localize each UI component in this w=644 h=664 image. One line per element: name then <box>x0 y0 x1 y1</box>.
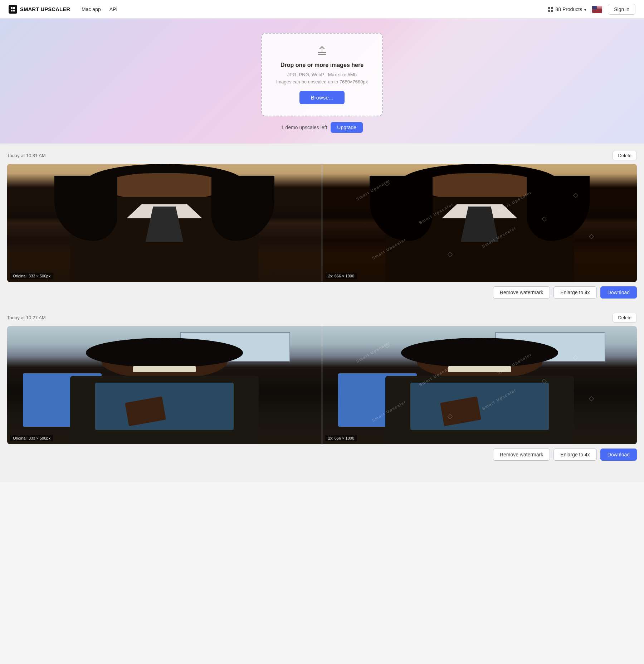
session-header-2: Today at 10:27 AM Delete <box>7 313 637 323</box>
original-image-2 <box>7 326 322 444</box>
demo-upscales-left: 1 demo upscales left <box>281 125 327 130</box>
browse-button[interactable]: Browse... <box>299 91 345 104</box>
upload-subtitle: JPG, PNG, WebP · Max size 5Mb Images can… <box>276 71 368 85</box>
session-header-1: Today at 10:31 AM Delete <box>7 151 637 160</box>
enlarge-button-1[interactable]: Enlarge to 4x <box>553 286 597 299</box>
svg-rect-5 <box>318 54 326 55</box>
products-button[interactable]: 88 Products <box>548 6 586 12</box>
sign-in-button[interactable]: Sign in <box>608 4 635 15</box>
upscaled-panel-1: Smart Upscaler Smart Upscaler Smart Upsc… <box>322 164 637 282</box>
upscaled-image-2: Smart Upscaler Smart Upscaler Smart Upsc… <box>322 326 637 444</box>
svg-rect-4 <box>318 52 326 53</box>
download-button-2[interactable]: Download <box>600 449 637 461</box>
image-pair-1: Original: 333 × 500px Smart Upscaler <box>7 164 637 282</box>
nav-links: Mac app API <box>82 6 117 12</box>
brand-logo[interactable]: SMART UPSCALER <box>9 5 70 14</box>
action-row-2: Remove watermark Enlarge to 4x Download <box>7 449 637 468</box>
session-block-1: Today at 10:31 AM Delete <box>7 144 637 306</box>
delete-button-2[interactable]: Delete <box>613 313 637 323</box>
upload-icon <box>316 45 328 59</box>
original-label-1: Original: 333 × 500px <box>10 273 53 279</box>
upscaled-panel-2: Smart Upscaler Smart Upscaler Smart Upsc… <box>322 326 637 444</box>
products-grid-icon <box>548 7 553 12</box>
svg-rect-3 <box>13 10 15 11</box>
products-count: 88 Products <box>555 6 582 12</box>
download-button-1[interactable]: Download <box>600 286 637 299</box>
demo-note: 1 demo upscales left Upgrade <box>281 122 363 133</box>
original-panel-1: Original: 333 × 500px <box>7 164 322 282</box>
upscaled-image-1: Smart Upscaler Smart Upscaler Smart Upsc… <box>322 164 637 282</box>
svg-rect-1 <box>13 7 15 9</box>
upscaled-label-1: 2x: 666 × 1000 <box>325 273 357 279</box>
brand-icon <box>9 5 17 14</box>
session-time-1: Today at 10:31 AM <box>7 153 46 158</box>
upscaled-label-2: 2x: 666 × 1000 <box>325 435 357 441</box>
delete-button-1[interactable]: Delete <box>613 151 637 160</box>
session-block-2: Today at 10:27 AM Delete <box>7 306 637 468</box>
enlarge-button-2[interactable]: Enlarge to 4x <box>553 449 597 461</box>
original-label-2: Original: 333 × 500px <box>10 435 53 441</box>
svg-rect-0 <box>11 7 13 9</box>
upload-title: Drop one or more images here <box>280 62 364 68</box>
navbar: SMART UPSCALER Mac app API 88 Products S… <box>0 0 644 19</box>
remove-watermark-button-2[interactable]: Remove watermark <box>493 449 550 461</box>
main-content: Today at 10:31 AM Delete <box>0 144 644 482</box>
upload-box: Drop one or more images here JPG, PNG, W… <box>261 33 383 116</box>
language-flag[interactable] <box>592 6 602 13</box>
original-panel-2: Original: 333 × 500px <box>7 326 322 444</box>
upgrade-button[interactable]: Upgrade <box>331 122 363 133</box>
svg-rect-2 <box>11 10 13 11</box>
original-image-1 <box>7 164 322 282</box>
chevron-down-icon <box>584 6 586 12</box>
remove-watermark-button-1[interactable]: Remove watermark <box>493 286 550 299</box>
image-pair-2: Original: 333 × 500px Smart Upscaler <box>7 326 637 444</box>
session-time-2: Today at 10:27 AM <box>7 315 46 320</box>
navbar-right: 88 Products Sign in <box>548 4 635 15</box>
hero-section: Drop one or more images here JPG, PNG, W… <box>0 19 644 144</box>
nav-mac-app[interactable]: Mac app <box>82 6 101 12</box>
nav-api[interactable]: API <box>109 6 118 12</box>
brand-name: SMART UPSCALER <box>20 6 70 12</box>
action-row-1: Remove watermark Enlarge to 4x Download <box>7 286 637 306</box>
